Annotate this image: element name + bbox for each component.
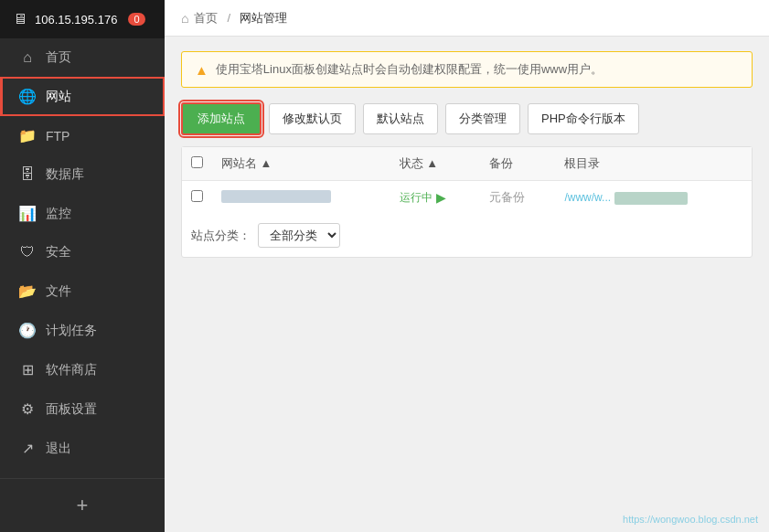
notification-badge: 0 (128, 13, 144, 26)
warning-icon: ▲ (195, 62, 208, 78)
monitor-nav-icon: 📊 (18, 205, 37, 222)
sidebar-item-home[interactable]: ⌂ 首页 (0, 38, 165, 77)
sidebar-item-appstore[interactable]: ⊞ 软件商店 (0, 350, 165, 389)
breadcrumb-current: 网站管理 (240, 10, 287, 27)
sidebar-item-website[interactable]: 🌐 网站 (0, 77, 165, 116)
sidebar-item-database[interactable]: 🗄 数据库 (0, 155, 165, 194)
table-header-root-dir: 根目录 (555, 147, 752, 181)
row-site-name[interactable] (212, 181, 390, 215)
topbar: ⌂ 首页 / 网站管理 (165, 0, 769, 37)
root-dir-text: /www/w... (564, 191, 611, 204)
sidebar: 🖥 106.15.195.176 0 ⌂ 首页 🌐 网站 📁 FTP 🗄 数据库… (0, 0, 165, 532)
website-nav-icon: 🌐 (18, 88, 37, 105)
play-icon: ▶ (436, 190, 446, 205)
php-version-button[interactable]: PHP命令行版本 (528, 103, 639, 134)
add-button[interactable]: + (11, 490, 154, 521)
tasks-nav-icon: 🕐 (18, 322, 37, 339)
site-table: 网站名 ▲ 状态 ▲ 备份 根目录 (182, 147, 752, 214)
row-status: 运行中 ▶ (390, 181, 481, 215)
backup-text: 元备份 (489, 190, 525, 204)
select-all-checkbox[interactable] (191, 156, 203, 168)
sidebar-nav: ⌂ 首页 🌐 网站 📁 FTP 🗄 数据库 📊 监控 🛡 安全 📂 文件 🕐 (0, 38, 165, 478)
ftp-nav-icon: 📁 (18, 127, 37, 144)
category-select[interactable]: 全部分类 (258, 223, 340, 248)
appstore-nav-icon: ⊞ (18, 361, 37, 378)
add-site-button[interactable]: 添加站点 (181, 102, 262, 135)
site-table-container: 网站名 ▲ 状态 ▲ 备份 根目录 (181, 146, 753, 258)
sidebar-item-tasks[interactable]: 🕐 计划任务 (0, 311, 165, 350)
breadcrumb-home[interactable]: 首页 (194, 10, 218, 27)
table-header-checkbox (182, 147, 212, 181)
filter-label: 站点分类： (191, 228, 251, 244)
watermark: https://wongwoo.blog.csdn.net (623, 514, 758, 525)
row-checkbox[interactable] (191, 190, 203, 202)
sidebar-item-home-label: 首页 (46, 49, 71, 66)
site-filter: 站点分类： 全部分类 (182, 214, 752, 257)
sidebar-item-database-label: 数据库 (46, 166, 84, 183)
notice-bar: ▲ 使用宝塔Linux面板创建站点时会自动创建权限配置，统一使用www用户。 (181, 51, 753, 88)
content-area: ▲ 使用宝塔Linux面板创建站点时会自动创建权限配置，统一使用www用户。 添… (165, 37, 769, 532)
server-ip: 106.15.195.176 (35, 13, 117, 27)
notice-text: 使用宝塔Linux面板创建站点时会自动创建权限配置，统一使用www用户。 (216, 61, 603, 78)
sidebar-item-settings-label: 面板设置 (46, 401, 97, 418)
table-header-status[interactable]: 状态 ▲ (390, 147, 481, 181)
row-backup: 元备份 (480, 181, 555, 215)
row-root-dir: /www/w... (555, 181, 752, 215)
table-row: 运行中 ▶ 元备份 /www/w... (182, 181, 752, 215)
sidebar-item-logout-label: 退出 (46, 441, 71, 457)
sidebar-footer: + (0, 478, 165, 532)
sidebar-item-security-label: 安全 (46, 244, 71, 261)
sidebar-item-logout[interactable]: ↗ 退出 (0, 429, 165, 468)
security-nav-icon: 🛡 (18, 244, 37, 261)
settings-nav-icon: ⚙ (18, 400, 37, 418)
home-nav-icon: ⌂ (18, 49, 37, 66)
monitor-icon: 🖥 (13, 11, 27, 27)
logout-nav-icon: ↗ (18, 440, 37, 457)
sidebar-item-appstore-label: 软件商店 (46, 362, 97, 378)
root-dir-blur (614, 192, 688, 205)
database-nav-icon: 🗄 (18, 166, 37, 183)
sidebar-item-tasks-label: 计划任务 (46, 323, 97, 339)
main-content: ⌂ 首页 / 网站管理 ▲ 使用宝塔Linux面板创建站点时会自动创建权限配置，… (165, 0, 769, 532)
status-text: 运行中 (400, 190, 433, 206)
sidebar-item-website-label: 网站 (46, 89, 71, 105)
sidebar-item-files-label: 文件 (46, 283, 71, 300)
sidebar-item-files[interactable]: 📂 文件 (0, 271, 165, 311)
sidebar-item-security[interactable]: 🛡 安全 (0, 233, 165, 271)
toolbar: 添加站点 修改默认页 默认站点 分类管理 PHP命令行版本 (181, 102, 753, 135)
home-icon: ⌂ (181, 11, 188, 26)
sidebar-header: 🖥 106.15.195.176 0 (0, 0, 165, 38)
files-nav-icon: 📂 (18, 282, 37, 300)
table-header-site-name[interactable]: 网站名 ▲ (212, 147, 390, 181)
site-name-blur (221, 190, 331, 203)
sidebar-item-monitor-label: 监控 (46, 206, 71, 222)
table-header-backup: 备份 (480, 147, 555, 181)
breadcrumb-separator: / (227, 11, 230, 25)
category-mgmt-button[interactable]: 分类管理 (445, 103, 520, 134)
modify-default-page-button[interactable]: 修改默认页 (269, 103, 356, 134)
sidebar-item-monitor[interactable]: 📊 监控 (0, 194, 165, 233)
default-site-button[interactable]: 默认站点 (363, 103, 438, 134)
row-checkbox-cell (182, 181, 212, 215)
status-badge: 运行中 ▶ (400, 190, 472, 206)
sidebar-item-ftp[interactable]: 📁 FTP (0, 116, 165, 155)
sidebar-item-ftp-label: FTP (46, 129, 69, 144)
sidebar-item-settings[interactable]: ⚙ 面板设置 (0, 389, 165, 429)
